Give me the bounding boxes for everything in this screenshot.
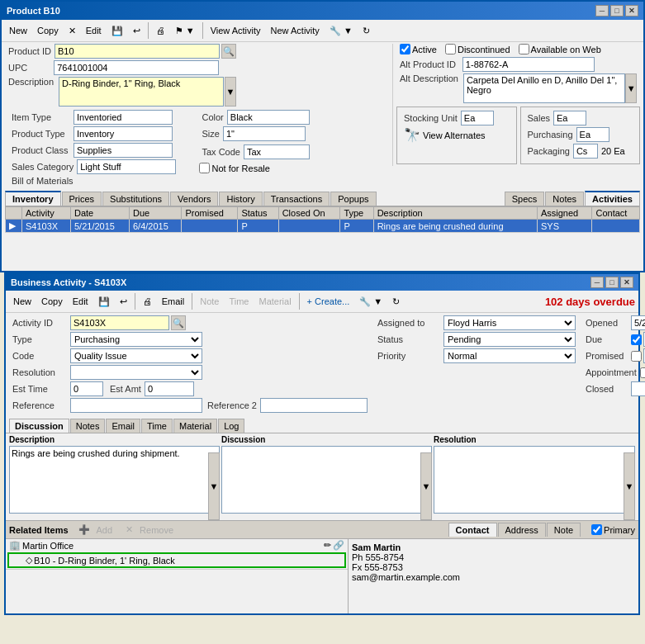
opened-input[interactable] bbox=[631, 315, 645, 330]
ba-close-button[interactable]: ✕ bbox=[620, 277, 633, 288]
remove-label[interactable]: Remove bbox=[140, 525, 173, 535]
flag-button[interactable]: ⚑ ▼ bbox=[171, 23, 199, 39]
est-time-input[interactable] bbox=[70, 381, 103, 396]
minimize-button[interactable]: ─ bbox=[595, 5, 609, 17]
alt-description-expand[interactable]: ▼ bbox=[625, 73, 637, 103]
stocking-unit-input[interactable] bbox=[461, 111, 494, 125]
reference-input[interactable] bbox=[70, 398, 202, 413]
product-type-input[interactable] bbox=[74, 126, 173, 141]
disc-scroll[interactable]: ▼ bbox=[420, 452, 432, 520]
company-item[interactable]: 🏢 Martin Office ✏ 🔗 bbox=[6, 539, 348, 552]
ba-create-button[interactable]: + Create... bbox=[303, 294, 354, 309]
ba-time-button[interactable]: Time bbox=[225, 294, 253, 309]
resolution-scroll[interactable]: ▼ bbox=[624, 452, 635, 520]
discussion-textarea[interactable] bbox=[221, 446, 432, 514]
view-activity-button[interactable]: View Activity bbox=[206, 23, 265, 38]
description-expand[interactable]: ▼ bbox=[225, 77, 236, 107]
code-select[interactable]: Quality Issue bbox=[70, 348, 202, 363]
resolution-textarea[interactable] bbox=[434, 446, 635, 514]
contact-tab-contact[interactable]: Contact bbox=[448, 523, 497, 537]
sales-category-input[interactable] bbox=[77, 159, 176, 174]
undo-button[interactable]: ↩ bbox=[129, 23, 145, 39]
active-checkbox[interactable] bbox=[400, 44, 410, 54]
type-select[interactable]: Purchasing bbox=[70, 332, 202, 347]
tab-inventory[interactable]: Inventory bbox=[5, 191, 61, 206]
size-input[interactable] bbox=[223, 126, 306, 141]
contact-tab-address[interactable]: Address bbox=[498, 523, 546, 537]
tab-activities[interactable]: Activities bbox=[585, 191, 640, 206]
disc-tab-discussion[interactable]: Discussion bbox=[9, 419, 69, 433]
ba-minimize-button[interactable]: ─ bbox=[590, 277, 604, 288]
ba-copy-button[interactable]: Copy bbox=[37, 294, 67, 309]
activity-id-input[interactable] bbox=[70, 315, 169, 330]
ba-tools-button[interactable]: 🔧 ▼ bbox=[355, 294, 387, 310]
tab-specs[interactable]: Specs bbox=[505, 192, 545, 206]
tab-vendors[interactable]: Vendors bbox=[170, 192, 218, 206]
view-alternates-button[interactable]: View Alternates bbox=[422, 130, 486, 141]
delete-button[interactable]: ✕ bbox=[64, 23, 80, 39]
tab-substitutions[interactable]: Substitutions bbox=[102, 192, 169, 206]
tab-history[interactable]: History bbox=[219, 192, 262, 206]
close-button[interactable]: ✕ bbox=[625, 5, 638, 17]
resolution-select[interactable] bbox=[70, 365, 202, 380]
packaging-input[interactable] bbox=[573, 144, 598, 159]
activity-id-search[interactable]: 🔍 bbox=[171, 315, 186, 330]
edit-button[interactable]: Edit bbox=[82, 23, 106, 38]
item-type-input[interactable] bbox=[74, 110, 173, 125]
due-checkbox[interactable] bbox=[631, 334, 642, 345]
desc-scroll[interactable]: ▼ bbox=[208, 452, 220, 520]
product-id-search[interactable]: 🔍 bbox=[221, 44, 236, 59]
priority-select[interactable]: Normal bbox=[443, 348, 576, 363]
ba-new-button[interactable]: New bbox=[9, 294, 36, 309]
contact-tab-note[interactable]: Note bbox=[547, 523, 581, 537]
refresh-button[interactable]: ↻ bbox=[358, 23, 374, 39]
description-textarea[interactable]: Rings are being crushed during shipment. bbox=[9, 446, 220, 514]
ba-note-button[interactable]: Note bbox=[196, 294, 223, 309]
save-button[interactable]: 💾 bbox=[107, 23, 127, 39]
upc-input[interactable] bbox=[54, 60, 219, 75]
alt-description-input[interactable]: Carpeta Del Anillo en D, Anillo Del 1", … bbox=[463, 73, 625, 103]
discontinued-checkbox[interactable] bbox=[445, 44, 456, 54]
product-id-input[interactable] bbox=[55, 44, 220, 59]
description-input[interactable]: D-Ring Binder, 1" Ring, Black bbox=[59, 77, 224, 107]
ba-undo-button[interactable]: ↩ bbox=[116, 294, 131, 310]
print-button[interactable]: 🖨 bbox=[152, 23, 169, 38]
primary-checkbox[interactable] bbox=[591, 524, 602, 535]
ba-email-button[interactable]: Email bbox=[158, 294, 189, 309]
table-row[interactable]: ▶ S4103X 5/21/2015 6/4/2015 P P Rings ar… bbox=[6, 220, 640, 233]
tax-code-input[interactable] bbox=[244, 144, 310, 159]
product-class-input[interactable] bbox=[74, 143, 173, 158]
maximize-button[interactable]: □ bbox=[610, 5, 624, 17]
disc-tab-log[interactable]: Log bbox=[218, 419, 244, 433]
ba-print-button[interactable]: 🖨 bbox=[139, 294, 156, 309]
closed-input[interactable] bbox=[631, 381, 645, 396]
tab-popups[interactable]: Popups bbox=[330, 192, 376, 206]
assigned-to-select[interactable]: Floyd Harris bbox=[443, 315, 576, 330]
promised-checkbox[interactable] bbox=[631, 351, 642, 362]
disc-tab-notes[interactable]: Notes bbox=[70, 419, 106, 433]
purchasing-unit-input[interactable] bbox=[576, 127, 609, 142]
tab-notes[interactable]: Notes bbox=[545, 192, 584, 206]
tools-button[interactable]: 🔧 ▼ bbox=[325, 23, 357, 39]
color-input[interactable] bbox=[227, 110, 310, 125]
alt-product-id-input[interactable] bbox=[462, 57, 595, 72]
add-label[interactable]: Add bbox=[97, 525, 113, 535]
ba-material-button[interactable]: Material bbox=[254, 294, 295, 309]
disc-tab-time[interactable]: Time bbox=[141, 419, 173, 433]
sales-unit-input[interactable] bbox=[553, 111, 586, 125]
item-row[interactable]: ◇ B10 - D-Ring Binder, 1' Ring, Black bbox=[7, 552, 346, 568]
edit-icon[interactable]: ✏ bbox=[324, 540, 331, 551]
ba-maximize-button[interactable]: □ bbox=[605, 277, 619, 288]
est-amt-input[interactable] bbox=[145, 381, 194, 396]
new-button[interactable]: New bbox=[5, 23, 31, 38]
ba-save-button[interactable]: 💾 bbox=[94, 294, 114, 310]
available-on-web-checkbox[interactable] bbox=[519, 44, 529, 54]
new-activity-button[interactable]: New Activity bbox=[267, 23, 324, 38]
tab-prices[interactable]: Prices bbox=[62, 192, 102, 206]
tab-transactions[interactable]: Transactions bbox=[263, 192, 330, 206]
ba-edit-button[interactable]: Edit bbox=[69, 294, 92, 309]
ba-refresh-button[interactable]: ↻ bbox=[388, 294, 404, 310]
appointment-checkbox[interactable] bbox=[640, 367, 645, 378]
not-for-resale-checkbox[interactable] bbox=[199, 163, 210, 173]
disc-tab-email[interactable]: Email bbox=[106, 419, 140, 433]
